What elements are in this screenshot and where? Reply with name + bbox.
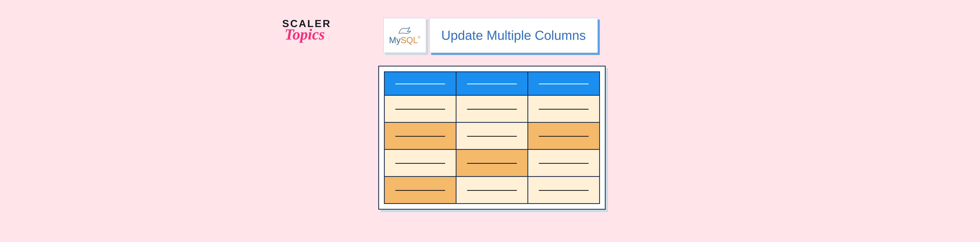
table-row <box>384 150 600 177</box>
table-cell <box>528 72 600 95</box>
cell-placeholder-line <box>395 84 445 84</box>
table-cell <box>528 150 600 177</box>
table-cell <box>456 150 528 177</box>
cell-placeholder-line <box>467 84 517 84</box>
mysql-my: My <box>389 35 401 45</box>
table-cell <box>384 123 456 150</box>
cell-placeholder-line <box>539 136 589 137</box>
cell-placeholder-line <box>467 136 517 137</box>
table-cell <box>456 95 528 123</box>
cell-placeholder-line <box>539 163 589 164</box>
scaler-topics-logo: SCALER Topics <box>282 18 331 43</box>
cell-placeholder-line <box>395 190 445 191</box>
mysql-suffix: ® <box>418 35 420 39</box>
table-row <box>384 72 600 95</box>
page-title: Update Multiple Columns <box>441 28 585 43</box>
cell-placeholder-line <box>539 84 589 84</box>
logo-text-topics: Topics <box>285 25 331 43</box>
table-row <box>384 123 600 150</box>
header-row: MySQL® Update Multiple Columns <box>383 18 598 53</box>
table-diagram <box>378 66 606 210</box>
cell-placeholder-line <box>539 190 589 191</box>
table-cell <box>528 177 600 204</box>
mysql-sql: SQL <box>401 35 418 45</box>
table-cell <box>384 95 456 123</box>
table-cell <box>528 95 600 123</box>
cell-placeholder-line <box>467 163 517 164</box>
table-row <box>384 177 600 204</box>
table-cell <box>456 177 528 204</box>
table-cell <box>384 150 456 177</box>
table-grid <box>384 72 600 204</box>
title-box: Update Multiple Columns <box>429 18 598 53</box>
dolphin-icon <box>398 25 412 35</box>
cell-placeholder-line <box>467 109 517 110</box>
cell-placeholder-line <box>395 109 445 110</box>
table-cell <box>384 177 456 204</box>
table-cell <box>384 72 456 95</box>
mysql-text: MySQL® <box>389 35 420 45</box>
table-cell <box>528 123 600 150</box>
cell-placeholder-line <box>395 136 445 137</box>
table-cell <box>456 72 528 95</box>
table-row <box>384 95 600 123</box>
mysql-logo-box: MySQL® <box>383 18 426 53</box>
cell-placeholder-line <box>395 163 445 164</box>
cell-placeholder-line <box>539 109 589 110</box>
table-cell <box>456 123 528 150</box>
cell-placeholder-line <box>467 190 517 191</box>
